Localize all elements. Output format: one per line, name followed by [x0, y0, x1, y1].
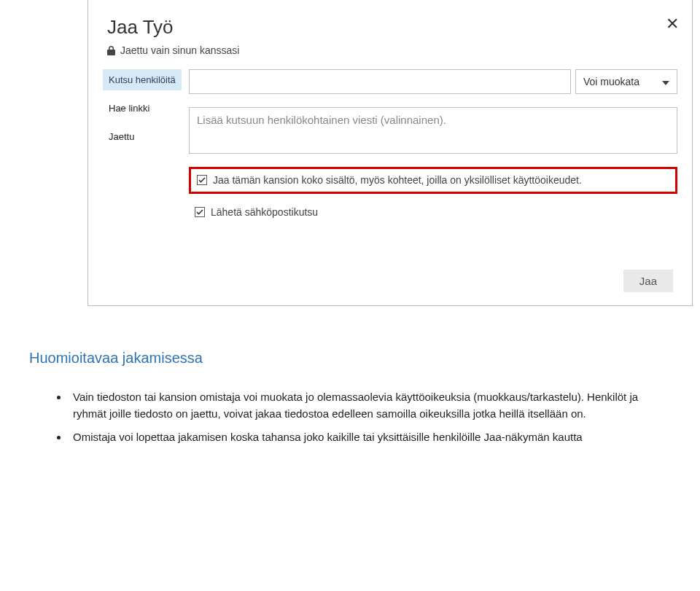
doc-bullet-list: Vain tiedoston tai kansion omistaja voi … [29, 388, 671, 445]
share-all-contents-label: Jaa tämän kansion koko sisältö, myös koh… [213, 173, 582, 187]
close-icon[interactable]: ✕ [666, 16, 679, 32]
send-email-row[interactable]: Lähetä sähköpostikutsu [189, 201, 677, 224]
invite-message-input[interactable] [189, 107, 677, 154]
send-email-label: Lähetä sähköpostikutsu [211, 206, 318, 219]
doc-heading: Huomioitavaa jakamisessa [29, 350, 671, 367]
send-email-checkbox[interactable] [195, 207, 205, 217]
tab-shared[interactable]: Jaettu [103, 126, 182, 147]
share-status: Jaettu vain sinun kanssasi [107, 44, 677, 56]
chevron-down-icon [662, 76, 669, 87]
share-status-text: Jaettu vain sinun kanssasi [120, 44, 239, 56]
doc-section: Huomioitavaa jakamisessa Vain tiedoston … [29, 350, 671, 445]
side-tabs: Kutsu henkilöitä Hae linkki Jaettu [103, 69, 182, 224]
permission-select[interactable]: Voi muokata [575, 69, 677, 94]
tab-invite-people[interactable]: Kutsu henkilöitä [103, 69, 182, 90]
lock-icon [107, 46, 115, 55]
list-item: Vain tiedoston tai kansion omistaja voi … [69, 388, 671, 423]
dialog-title: Jaa Työ [107, 16, 677, 39]
list-item: Omistaja voi lopettaa jakamisen koska ta… [69, 428, 671, 445]
invite-people-input[interactable] [189, 69, 571, 94]
share-dialog: ✕ Jaa Työ Jaettu vain sinun kanssasi Kut… [88, 0, 693, 306]
share-button[interactable]: Jaa [623, 270, 673, 292]
permission-selected-label: Voi muokata [583, 76, 639, 87]
share-all-contents-checkbox[interactable] [197, 175, 207, 185]
share-all-contents-row[interactable]: Jaa tämän kansion koko sisältö, myös koh… [189, 167, 677, 194]
tab-get-link[interactable]: Hae linkki [103, 98, 182, 119]
